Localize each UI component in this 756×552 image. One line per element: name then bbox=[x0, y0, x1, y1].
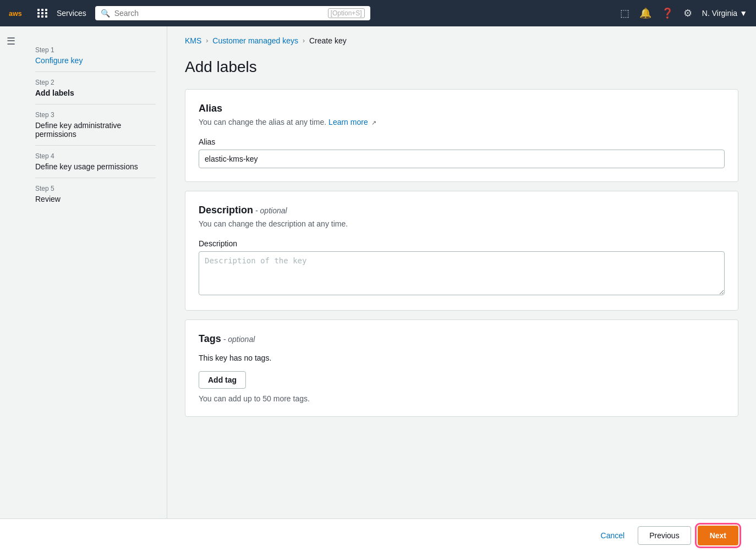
search-icon: 🔍 bbox=[101, 9, 110, 18]
description-field-label: Description bbox=[199, 239, 725, 248]
alias-learn-more-link[interactable]: Learn more bbox=[328, 118, 368, 126]
alias-card-subtitle: You can change the alias at any time. Le… bbox=[199, 118, 725, 126]
description-card: Description- optional You can change the… bbox=[185, 191, 738, 311]
step-1-item: Step 1 Configure key bbox=[35, 40, 156, 72]
description-card-title: Description- optional bbox=[199, 205, 725, 216]
breadcrumb-kms[interactable]: KMS bbox=[185, 36, 201, 45]
aws-logo[interactable]: aws bbox=[9, 7, 29, 20]
breadcrumb-sep-1: › bbox=[206, 37, 208, 45]
previous-button[interactable]: Previous bbox=[638, 526, 691, 545]
description-textarea[interactable] bbox=[199, 251, 725, 295]
search-hint: [Option+S] bbox=[328, 8, 365, 18]
settings-icon[interactable]: ⚙ bbox=[683, 7, 692, 19]
step-5-item: Step 5 Review bbox=[35, 178, 156, 210]
tags-title-text: Tags bbox=[199, 333, 221, 344]
tags-card: Tags- optional This key has no tags. Add… bbox=[185, 319, 738, 417]
page-title: Add labels bbox=[185, 58, 738, 76]
step-1-label: Step 1 bbox=[35, 46, 156, 54]
terminal-icon[interactable]: ⬚ bbox=[620, 7, 629, 19]
main-content: KMS › Customer managed keys › Create key… bbox=[167, 26, 756, 552]
description-title-text: Description bbox=[199, 205, 253, 216]
tags-no-tags-text: This key has no tags. bbox=[199, 354, 725, 362]
step-3-title: Define key administrative permissions bbox=[35, 121, 156, 139]
search-input[interactable] bbox=[114, 9, 324, 18]
next-button[interactable]: Next bbox=[698, 526, 738, 545]
step-4-item: Step 4 Define key usage permissions bbox=[35, 146, 156, 178]
region-selector[interactable]: N. Virginia ▼ bbox=[702, 9, 747, 18]
footer: Cancel Previous Next bbox=[0, 518, 756, 552]
alias-subtitle-text: You can change the alias at any time. bbox=[199, 118, 326, 126]
breadcrumb: KMS › Customer managed keys › Create key bbox=[185, 26, 738, 49]
services-nav[interactable]: Services bbox=[57, 9, 86, 18]
step-2-label: Step 2 bbox=[35, 79, 156, 86]
description-card-subtitle: You can change the description at any ti… bbox=[199, 219, 725, 228]
search-bar[interactable]: 🔍 [Option+S] bbox=[95, 6, 370, 20]
step-4-label: Step 4 bbox=[35, 152, 156, 160]
sidebar-toggle[interactable]: ☰ bbox=[0, 26, 24, 552]
svg-text:aws: aws bbox=[9, 10, 22, 18]
grid-icon bbox=[37, 9, 48, 18]
chevron-down-icon: ▼ bbox=[739, 9, 747, 18]
tags-optional-label: - optional bbox=[223, 335, 255, 344]
breadcrumb-customer-managed-keys[interactable]: Customer managed keys bbox=[212, 36, 298, 45]
step-4-title: Define key usage permissions bbox=[35, 162, 156, 171]
tags-card-title: Tags- optional bbox=[199, 333, 725, 345]
external-link-icon: ↗ bbox=[371, 119, 376, 126]
add-tag-button[interactable]: Add tag bbox=[199, 371, 246, 389]
breadcrumb-current: Create key bbox=[309, 36, 347, 45]
step-2-title: Add labels bbox=[35, 89, 156, 97]
region-label: N. Virginia bbox=[702, 9, 737, 18]
alias-input[interactable] bbox=[199, 150, 725, 168]
step-5-label: Step 5 bbox=[35, 185, 156, 192]
alias-card: Alias You can change the alias at any ti… bbox=[185, 89, 738, 182]
help-icon[interactable]: ❓ bbox=[661, 7, 673, 19]
step-2-item: Step 2 Add labels bbox=[35, 72, 156, 104]
steps-navigation: Step 1 Configure key Step 2 Add labels S… bbox=[24, 26, 167, 552]
bell-icon[interactable]: 🔔 bbox=[639, 7, 651, 19]
tags-hint-text: You can add up to 50 more tags. bbox=[199, 394, 725, 403]
step-1-title[interactable]: Configure key bbox=[35, 56, 156, 65]
description-optional-label: - optional bbox=[255, 206, 287, 215]
nav-icons: ⬚ 🔔 ❓ ⚙ N. Virginia ▼ bbox=[620, 7, 747, 19]
step-3-label: Step 3 bbox=[35, 111, 156, 119]
step-3-item: Step 3 Define key administrative permiss… bbox=[35, 104, 156, 146]
alias-card-title: Alias bbox=[199, 103, 725, 114]
alias-field-label: Alias bbox=[199, 137, 725, 146]
cancel-button[interactable]: Cancel bbox=[594, 527, 632, 544]
step-5-title: Review bbox=[35, 195, 156, 203]
breadcrumb-sep-2: › bbox=[303, 37, 305, 45]
top-navigation: aws Services 🔍 [Option+S] ⬚ 🔔 ❓ ⚙ N. Vir… bbox=[0, 0, 756, 26]
